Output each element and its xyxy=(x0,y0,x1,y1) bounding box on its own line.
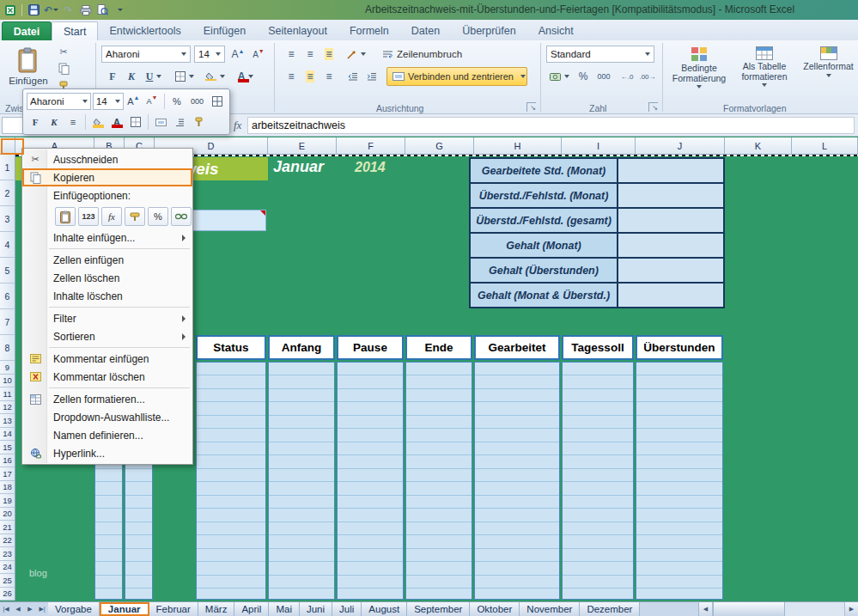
ueberstunden-column-cells[interactable] xyxy=(636,362,723,600)
ribbon-tab[interactable]: Einfügen xyxy=(192,21,257,40)
conditional-formatting-button[interactable]: Bedingte Formatierung xyxy=(668,43,730,98)
anfang-column-cells[interactable] xyxy=(268,362,335,600)
menu-item-hyperlink[interactable]: Hyperlink... xyxy=(22,444,192,462)
row-header[interactable]: 22 xyxy=(0,534,15,548)
first-sheet-icon[interactable]: |◀ xyxy=(0,602,12,616)
row-header[interactable]: 14 xyxy=(0,428,15,442)
excel-app-icon[interactable] xyxy=(3,3,17,17)
row-header[interactable]: 6 xyxy=(0,284,15,309)
column-header[interactable]: H xyxy=(474,137,562,155)
menu-item-format-cells[interactable]: Zellen formatieren... xyxy=(22,390,192,408)
align-bottom-icon[interactable]: ≡ xyxy=(319,46,338,63)
gearbeitet-column-cells[interactable] xyxy=(474,362,560,600)
font-size-select[interactable]: 14 xyxy=(194,46,225,63)
mini-borders-icon[interactable] xyxy=(127,113,144,131)
mini-indent-icon[interactable] xyxy=(171,113,188,131)
grow-font-icon[interactable]: A▲ xyxy=(228,46,247,63)
row-header[interactable]: 5 xyxy=(0,258,15,284)
column-header[interactable]: E xyxy=(268,137,337,155)
mini-italic-button[interactable]: K xyxy=(46,113,63,131)
sheet-tab[interactable]: April xyxy=(234,602,269,616)
mini-comma-style-icon[interactable]: 000 xyxy=(187,93,208,110)
sheet-tab[interactable]: August xyxy=(362,602,407,616)
next-sheet-icon[interactable]: ▶ xyxy=(24,602,36,616)
redo-icon[interactable]: ↷ xyxy=(61,3,76,17)
comma-style-icon[interactable]: 000 xyxy=(593,68,615,85)
table-header-cell[interactable]: Gearbeitet xyxy=(474,335,560,360)
paste-icon[interactable] xyxy=(55,207,76,226)
formula-input[interactable]: arbeitszeitnachweis xyxy=(247,117,855,134)
row-header[interactable]: 8 xyxy=(0,335,15,361)
summary-value-cell[interactable] xyxy=(618,234,723,257)
borders-icon[interactable] xyxy=(172,68,198,85)
summary-value-cell[interactable] xyxy=(618,184,723,207)
row-header[interactable]: 15 xyxy=(0,441,15,454)
sheet-tab[interactable]: Oktober xyxy=(470,602,520,616)
cut-icon[interactable]: ✂ xyxy=(55,44,72,59)
cell-styles-button[interactable]: Zellenformat xyxy=(799,43,858,98)
copy-icon[interactable] xyxy=(55,61,72,76)
row-header[interactable]: 9 xyxy=(0,361,15,375)
prev-sheet-icon[interactable]: ◀ xyxy=(12,602,24,616)
menu-item-filter[interactable]: Filter xyxy=(22,309,192,327)
column-header[interactable]: J xyxy=(636,137,725,155)
paste-formulas-icon[interactable]: fx xyxy=(101,207,122,226)
mini-font-size-select[interactable]: 14 xyxy=(93,93,124,110)
mini-grow-font-icon[interactable]: A▲ xyxy=(125,93,143,110)
scroll-left-icon[interactable]: ◀ xyxy=(699,602,713,616)
align-center-icon[interactable]: ≡ xyxy=(301,68,319,85)
insert-function-icon[interactable]: fx xyxy=(234,119,241,132)
paste-values-icon[interactable]: 123 xyxy=(78,207,99,226)
column-header[interactable]: L xyxy=(792,137,858,155)
table-header-cell[interactable]: Ende xyxy=(405,335,472,360)
mini-font-color-icon[interactable]: A xyxy=(108,113,125,131)
summary-value-cell[interactable] xyxy=(618,209,723,232)
mini-shrink-font-icon[interactable]: A▼ xyxy=(143,93,161,110)
row-header[interactable]: 19 xyxy=(0,494,15,508)
align-middle-icon[interactable]: ≡ xyxy=(301,46,319,63)
menu-item-insert-comment[interactable]: Kommentar einfügen xyxy=(22,350,192,368)
row-header[interactable]: 13 xyxy=(0,414,15,428)
shrink-font-icon[interactable]: A▼ xyxy=(249,46,268,63)
mini-font-name-select[interactable]: Aharoni xyxy=(27,93,91,110)
menu-item-cut[interactable]: ✂ Ausschneiden xyxy=(22,150,192,168)
align-right-icon[interactable]: ≡ xyxy=(319,68,338,85)
table-header-cell[interactable]: Tagessoll xyxy=(562,335,634,360)
font-name-select[interactable]: Aharoni xyxy=(101,46,191,63)
mini-center-align-icon[interactable]: ≡ xyxy=(64,113,82,131)
save-icon[interactable] xyxy=(27,3,41,17)
status-column-cells[interactable] xyxy=(196,362,266,600)
scrollbar-thumb[interactable] xyxy=(713,602,785,616)
menu-item-delete-comment[interactable]: Kommentar löschen xyxy=(22,368,192,386)
italic-button[interactable]: K xyxy=(122,68,141,85)
mini-percent-style-icon[interactable]: % xyxy=(168,93,186,110)
table-header-cell[interactable]: Anfang xyxy=(268,335,335,360)
increase-indent-icon[interactable] xyxy=(362,68,381,85)
menu-item-dropdown-list[interactable]: Dropdown-Auswahlliste... xyxy=(22,408,192,426)
row-header[interactable]: 26 xyxy=(0,588,15,601)
number-format-select[interactable]: Standard xyxy=(546,46,654,63)
month-cell[interactable]: Januar xyxy=(273,158,324,176)
summary-label-cell[interactable]: Gehalt (Überstunden) xyxy=(471,259,617,282)
bold-button[interactable]: F xyxy=(103,68,122,85)
row-header[interactable]: 4 xyxy=(0,232,15,258)
row-header[interactable]: 23 xyxy=(0,547,15,561)
summary-label-cell[interactable]: Überstd./Fehlstd. (Monat) xyxy=(471,184,617,207)
sheet-tab[interactable]: Vorgabe xyxy=(48,602,100,616)
mini-fill-color-icon[interactable] xyxy=(89,113,106,131)
row-header[interactable]: 3 xyxy=(0,206,15,232)
decrease-decimal-icon[interactable]: .00→ xyxy=(637,68,658,85)
mini-bold-button[interactable]: F xyxy=(27,113,44,131)
row-header[interactable]: 12 xyxy=(0,401,15,415)
menu-item-sort[interactable]: Sortieren xyxy=(22,327,192,345)
merge-center-button[interactable]: Verbinden und zentrieren xyxy=(386,67,527,86)
summary-value-cell[interactable] xyxy=(618,259,723,282)
sheet-tab[interactable]: November xyxy=(520,602,580,616)
paste-link-icon[interactable] xyxy=(171,207,192,226)
wrap-text-button[interactable]: Zeilenumbruch xyxy=(376,46,468,63)
file-tab[interactable]: Datei xyxy=(2,21,52,40)
paste-formatting-icon[interactable] xyxy=(125,207,145,226)
orientation-icon[interactable] xyxy=(344,46,369,63)
row-header[interactable]: 16 xyxy=(0,454,15,468)
ribbon-tab[interactable]: Entwicklertools xyxy=(98,21,192,40)
